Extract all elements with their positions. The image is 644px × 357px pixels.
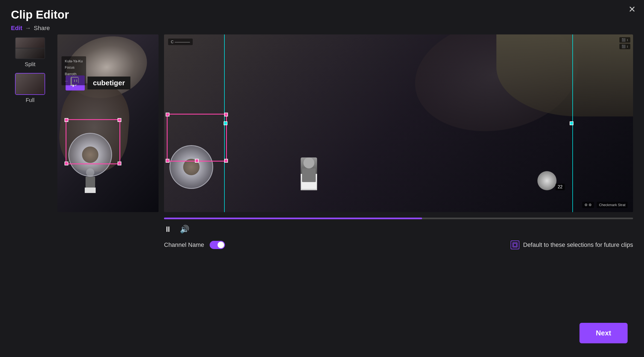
split-thumbnail [15,37,45,59]
play-pause-button[interactable]: ⏸ [164,225,172,234]
playback-controls: ⏸ 🔊 [164,225,633,234]
crop-handle-right[interactable] [570,121,573,125]
channel-toggle-group: Channel Name [164,241,225,249]
channel-name-toggle[interactable] [210,241,225,249]
page-title: Clip Editor [11,8,633,21]
handle-bl-right[interactable] [166,159,169,163]
handle-tl-right[interactable] [166,113,169,116]
options-row: Channel Name Default to these sele [164,241,633,249]
channel-name-overlay-text: cubetiger [87,77,130,89]
preview-area: cubetiger Kula-Ya-Ku Focus Barroth ... [57,34,633,348]
preview-right: C ———— ⬛ ↕ ⬛ ↕ 22 ⚙ ⚙ Checkmark Strat [164,34,633,212]
split-label: Split [25,61,36,68]
breadcrumb-edit[interactable]: Edit [11,25,22,32]
preview-left-inner: cubetiger Kula-Ya-Ku Focus Barroth ... [57,34,159,212]
channel-name-label: Channel Name [164,241,204,248]
hud-top-right: C ———— [168,39,193,45]
bottom-right-hud: ⚙ ⚙ Checkmark Strat [582,202,628,208]
crop-handle-left[interactable] [224,121,227,125]
handle-br-right[interactable] [224,159,228,163]
character-right [301,157,317,190]
breadcrumb: Edit → Share [11,25,633,32]
handle-tr-right[interactable] [224,113,228,116]
handle-bl-left[interactable] [65,162,68,165]
svg-rect-1 [514,244,516,246]
header: Clip Editor Edit → Share [0,0,644,34]
default-label: Default to these selections for future c… [523,241,633,248]
handle-tl-left[interactable] [65,118,68,122]
hud-btn-2: ⬛ ↕ [619,44,630,49]
layout-option-split[interactable]: Split [11,37,49,68]
ball-item-right [537,171,557,190]
volume-button[interactable]: 🔊 [180,225,189,234]
full-thumb-scene [16,74,45,94]
thumb-bottom [16,48,45,58]
progress-bar-fill [164,218,422,219]
hud-corner-right: ⬛ ↕ ⬛ ↕ [619,37,630,49]
handle-tr-left[interactable] [118,118,121,122]
handle-br-left[interactable] [118,162,121,165]
team-list-hud: Kula-Ya-Ku Focus Barroth ... [62,56,86,85]
thumb-top [16,38,45,48]
next-button[interactable]: Next [579,323,628,343]
default-selections: Default to these selections for future c… [511,241,633,249]
breadcrumb-arrow: → [25,25,31,32]
hud-btn-1: ⬛ ↕ [619,37,630,43]
layout-option-full[interactable]: Full [11,73,49,103]
breadcrumb-share: Share [34,25,50,32]
num-badge: 22 [555,184,565,190]
preview-left: cubetiger Kula-Ya-Ku Focus Barroth ... [57,34,159,212]
close-button[interactable]: ✕ [628,5,636,14]
handle-bottom-right[interactable] [195,159,199,163]
default-icon [511,241,519,249]
main-content: Split Full [0,34,644,348]
layout-sidebar: Split Full [11,34,49,348]
selection-box-left[interactable] [66,119,120,164]
full-thumbnail [15,73,45,95]
progress-bar[interactable] [164,218,633,219]
selection-box-right[interactable] [167,114,227,162]
controls-area: ⏸ 🔊 Channel Name [164,212,633,249]
toggle-knob [218,242,224,248]
preview-right-wrapper: C ———— ⬛ ↕ ⬛ ↕ 22 ⚙ ⚙ Checkmark Strat [164,34,633,348]
full-label: Full [26,97,34,103]
hud-icon-1: ⚙ ⚙ [582,202,594,208]
video-bg-right: C ———— ⬛ ↕ ⬛ ↕ 22 ⚙ ⚙ Checkmark Strat [164,34,633,212]
hud-label-1: Checkmark Strat [597,202,628,208]
